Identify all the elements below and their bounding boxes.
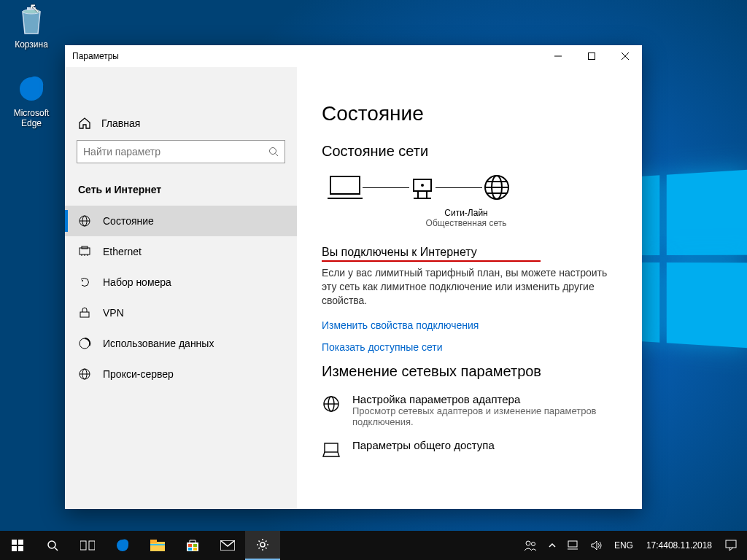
svg-rect-47	[150, 540, 157, 543]
svg-rect-3	[589, 53, 595, 60]
svg-point-16	[82, 280, 83, 281]
svg-rect-44	[80, 541, 86, 550]
tray-clock[interactable]: 17:44 08.11.2018	[639, 531, 719, 560]
taskbar[interactable]: ENG 17:44 08.11.2018	[0, 531, 747, 560]
edge-icon	[15, 73, 47, 105]
section-network-status: Состояние сети	[322, 143, 617, 160]
desktop-edge[interactable]: Microsoft Edge	[4, 73, 58, 128]
network-diagram	[328, 173, 617, 202]
svg-point-6	[270, 148, 276, 155]
svg-rect-22	[330, 176, 360, 194]
svg-rect-52	[188, 548, 192, 551]
desktop-recycle-bin[interactable]: Корзина	[4, 4, 58, 50]
system-tray: ENG 17:44 08.11.2018	[518, 531, 747, 560]
taskbar-explorer[interactable]	[140, 531, 175, 560]
home-icon	[78, 117, 91, 130]
svg-rect-53	[193, 548, 197, 551]
tray-action-center-icon[interactable]	[719, 531, 743, 560]
sidebar-item-label: Ethernet	[103, 246, 142, 257]
svg-line-7	[276, 154, 279, 157]
tray-time: 17:44	[646, 540, 668, 551]
svg-point-28	[421, 184, 424, 187]
ethernet-icon	[78, 245, 91, 258]
settings-search[interactable]	[77, 140, 285, 163]
tray-chevron-up-icon[interactable]	[543, 531, 562, 560]
link-change-connection-properties[interactable]: Изменить свойства подключения	[322, 319, 617, 331]
adapter-icon	[322, 394, 342, 415]
sidebar-item-ethernet[interactable]: Ethernet	[65, 236, 297, 267]
svg-line-43	[55, 548, 58, 551]
sidebar-section-header: Сеть и Интернет	[65, 176, 297, 206]
option-sharing-settings[interactable]: Параметры общего доступа	[322, 439, 617, 461]
start-button[interactable]	[0, 531, 35, 560]
tray-volume-icon[interactable]	[585, 531, 608, 560]
connected-body: Если у вас лимитный тарифный план, вы мо…	[322, 266, 617, 308]
svg-point-55	[260, 542, 265, 547]
globe-icon	[482, 173, 511, 202]
taskbar-mail[interactable]	[210, 531, 245, 560]
proxy-icon	[78, 368, 91, 381]
svg-rect-41	[18, 546, 23, 551]
recycle-bin-icon	[15, 4, 47, 36]
svg-rect-1	[27, 7, 36, 10]
link-show-available-networks[interactable]: Показать доступные сети	[322, 341, 617, 353]
vpn-icon	[78, 306, 91, 319]
svg-rect-40	[12, 546, 17, 551]
sidebar-item-label: Состояние	[103, 215, 154, 227]
settings-main: Состояние Состояние сети Сити-Лайн Общес…	[297, 67, 642, 509]
sidebar-item-label: VPN	[103, 307, 124, 319]
sidebar-item-proxy[interactable]: Прокси-сервер	[65, 359, 297, 389]
sidebar-item-data-usage[interactable]: Использование данных	[65, 328, 297, 359]
taskbar-store[interactable]	[175, 531, 210, 560]
svg-rect-37	[325, 443, 338, 452]
sidebar-item-label: Прокси-сервер	[103, 368, 174, 380]
dialup-icon	[78, 276, 91, 289]
svg-point-56	[526, 541, 530, 545]
tray-network-icon[interactable]	[562, 531, 585, 560]
tray-people[interactable]	[518, 531, 543, 560]
sharing-icon	[322, 440, 342, 461]
data-usage-icon	[78, 337, 91, 350]
desktop-icon-label: Корзина	[4, 39, 58, 50]
network-name: Сити-Лайн	[400, 208, 532, 218]
home-button[interactable]: Главная	[65, 106, 297, 140]
window-maximize-button[interactable]	[575, 45, 608, 67]
window-title: Параметры	[65, 51, 541, 61]
taskbar-settings[interactable]	[245, 531, 280, 560]
sidebar-item-status[interactable]: Состояние	[65, 206, 297, 236]
svg-rect-38	[12, 540, 17, 545]
taskbar-edge[interactable]	[105, 531, 140, 560]
section-change-network-settings: Изменение сетевых параметров	[322, 363, 617, 380]
svg-rect-51	[193, 544, 197, 547]
option-desc: Просмотр сетевых адаптеров и изменение п…	[352, 405, 617, 427]
settings-window: Параметры Главная Сеть и Интернет Состоя…	[65, 45, 642, 509]
svg-rect-60	[726, 540, 736, 548]
home-label: Главная	[101, 117, 140, 129]
svg-rect-39	[18, 540, 23, 545]
svg-rect-17	[80, 312, 89, 317]
search-input[interactable]	[83, 146, 268, 158]
tray-language[interactable]: ENG	[608, 531, 639, 560]
router-icon	[409, 174, 436, 201]
taskbar-search[interactable]	[35, 531, 70, 560]
page-title: Состояние	[322, 102, 617, 125]
desktop-icon-label: Microsoft Edge	[4, 108, 58, 128]
window-close-button[interactable]	[608, 45, 642, 67]
svg-point-42	[48, 541, 55, 548]
sidebar-item-vpn[interactable]: VPN	[65, 298, 297, 328]
sidebar-item-dialup[interactable]: Набор номера	[65, 267, 297, 298]
show-desktop-button[interactable]	[743, 531, 747, 560]
window-titlebar[interactable]: Параметры	[65, 45, 642, 67]
window-minimize-button[interactable]	[541, 45, 575, 67]
svg-rect-50	[188, 544, 192, 547]
settings-sidebar: Главная Сеть и Интернет Состояние Ethern…	[65, 67, 297, 509]
sidebar-item-label: Набор номера	[103, 276, 171, 288]
connected-header: Вы подключены к Интернету	[322, 246, 477, 259]
annotation-underline	[322, 260, 541, 262]
search-icon	[268, 147, 279, 157]
option-adapter-settings[interactable]: Настройка параметров адаптера Просмотр с…	[322, 393, 617, 427]
taskbar-taskview[interactable]	[70, 531, 105, 560]
svg-rect-48	[150, 544, 165, 545]
option-title: Параметры общего доступа	[352, 439, 495, 451]
svg-rect-45	[89, 541, 95, 550]
